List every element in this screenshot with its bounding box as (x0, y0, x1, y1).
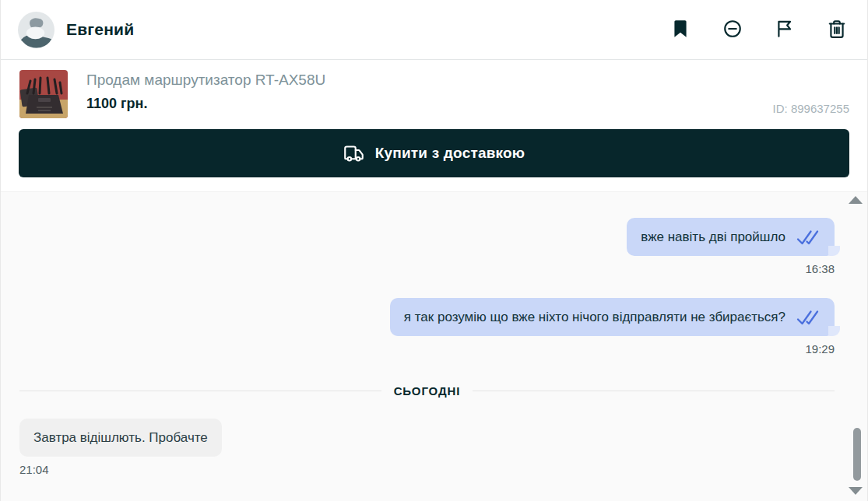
block-icon (722, 19, 743, 41)
chat-message-area[interactable]: вже навіть дві пройшло 16:38 я так розум… (1, 191, 867, 501)
scrollbar-thumb[interactable] (853, 428, 861, 481)
message-time: 16:38 (805, 262, 835, 275)
bookmark-icon (670, 19, 691, 41)
message-time: 21:04 (19, 463, 49, 476)
delivery-truck-icon (343, 143, 364, 164)
product-bar[interactable]: Продам маршрутизатор RT-AX58U 1100 грн. … (1, 60, 867, 128)
block-button[interactable] (722, 19, 743, 40)
product-thumbnail (19, 70, 68, 118)
message-outgoing: вже навіть дві пройшло 16:38 (19, 218, 835, 275)
message-incoming: Завтра відішлють. Пробачте 21:04 (19, 419, 835, 476)
chat-header: Евгений (1, 0, 867, 60)
message-bubble: я так розумію що вже ніхто нічого відпра… (390, 298, 835, 336)
trash-icon (827, 19, 847, 41)
date-divider: СЬОГОДНІ (19, 384, 835, 398)
double-check-icon (796, 229, 821, 245)
message-text: вже навіть дві пройшло (641, 228, 785, 246)
buy-with-delivery-button[interactable]: Купити з доставкою (19, 129, 849, 177)
report-button[interactable] (774, 19, 795, 40)
product-id: ID: 899637255 (773, 102, 849, 118)
header-actions (669, 19, 847, 40)
product-price: 1100 грн. (86, 96, 325, 112)
user-name: Евгений (66, 20, 134, 39)
message-bubble: вже навіть дві пройшло (627, 218, 835, 256)
scroll-up-arrow-icon[interactable] (849, 196, 863, 204)
flag-icon (775, 19, 795, 41)
message-bubble: Завтра відішлють. Пробачте (19, 419, 222, 457)
avatar (18, 12, 54, 48)
buy-button-label: Купити з доставкою (375, 145, 525, 162)
message-text: я так розумію що вже ніхто нічого відпра… (404, 308, 785, 326)
message-text: Завтра відішлють. Пробачте (33, 429, 208, 447)
message-time: 19:29 (805, 342, 835, 356)
double-check-icon (796, 310, 821, 325)
delete-button[interactable] (826, 19, 847, 40)
bookmark-button[interactable] (669, 19, 691, 40)
message-outgoing: я так розумію що вже ніхто нічого відпра… (19, 298, 835, 356)
chat-panel: Евгений (0, 0, 868, 501)
scroll-down-arrow-icon[interactable] (849, 487, 863, 495)
product-info: Продам маршрутизатор RT-AX58U 1100 грн. (86, 70, 325, 112)
date-divider-label: СЬОГОДНІ (394, 384, 461, 398)
product-title[interactable]: Продам маршрутизатор RT-AX58U (86, 72, 325, 89)
